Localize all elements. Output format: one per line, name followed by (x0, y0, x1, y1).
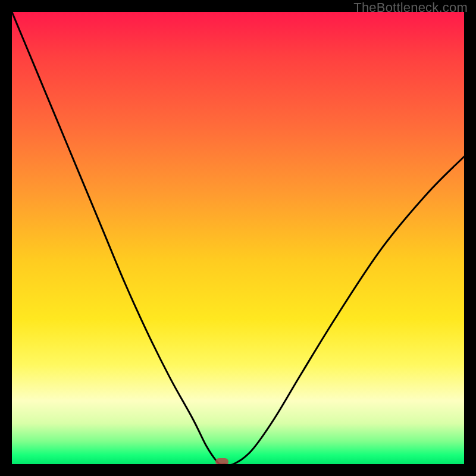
optimal-marker (215, 458, 228, 464)
bottleneck-curve (12, 12, 464, 464)
plot-area (12, 12, 464, 464)
chart-frame: TheBottleneck.com (0, 0, 476, 476)
